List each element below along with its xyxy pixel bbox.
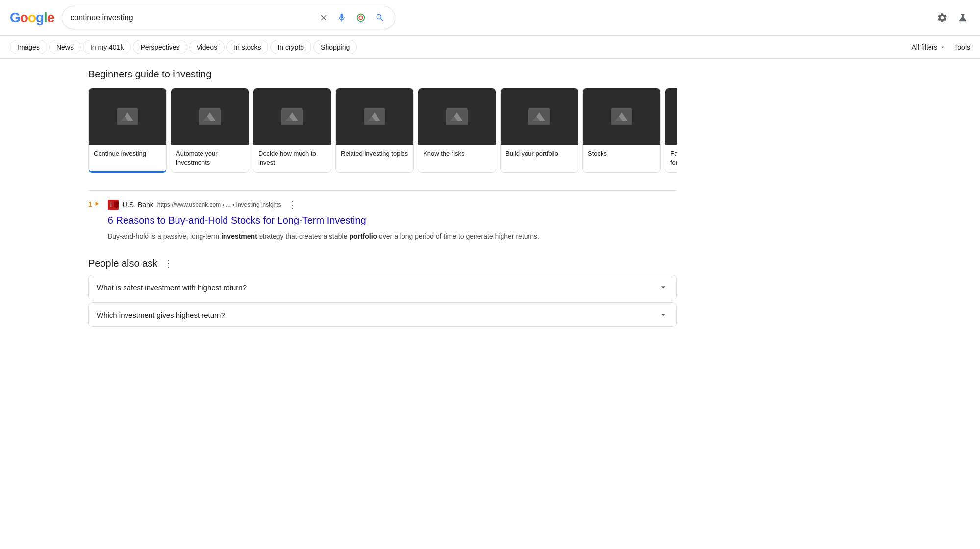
filter-chip-stocks[interactable]: In stocks	[226, 40, 268, 54]
section-divider	[88, 190, 677, 191]
card-label-8: Faqs about investing for beginners	[665, 145, 677, 172]
guide-card-1[interactable]: Continue investing	[88, 88, 167, 173]
card-image-1	[89, 88, 166, 145]
lens-search-button[interactable]	[353, 10, 368, 25]
mountain-icon-7	[611, 108, 632, 125]
result-title[interactable]: 6 Reasons to Buy-and-Hold Stocks for Lon…	[108, 213, 677, 227]
card-label-2: Automate your investments	[171, 145, 249, 172]
paa-section: People also ask ⋮ What is safest investm…	[88, 257, 677, 327]
paa-question-1[interactable]: What is safest investment with highest r…	[88, 275, 677, 299]
filters-bar: Images News In my 401k Perspectives Vide…	[0, 36, 980, 59]
filter-chip-401k[interactable]: In my 401k	[83, 40, 131, 54]
card-label-6: Build your portfolio	[501, 145, 578, 163]
guide-cards: Continue investing Automate your investm…	[88, 88, 677, 175]
card-image-5	[418, 88, 496, 145]
search-icons	[317, 10, 387, 25]
all-filters-button[interactable]: All filters	[911, 43, 946, 51]
guide-card-5[interactable]: Know the risks	[418, 88, 496, 173]
bold-portfolio: portfolio	[349, 232, 377, 240]
tools-button[interactable]: Tools	[954, 43, 970, 51]
usbank-favicon	[108, 200, 119, 210]
main-content: Beginners guide to investing Continue in…	[0, 59, 686, 349]
card-image-7	[583, 88, 660, 145]
paa-question-2[interactable]: Which investment gives highest return?	[88, 302, 677, 327]
guide-card-4[interactable]: Related investing topics	[335, 88, 414, 173]
result-section: 1 U.S. Bank https://www.usbank.com › ...…	[88, 199, 677, 242]
source-name: U.S. Bank	[123, 201, 153, 209]
card-label-7: Stocks	[583, 145, 660, 163]
guide-card-2[interactable]: Automate your investments	[171, 88, 249, 173]
guide-card-8[interactable]: Faqs about investing for beginners	[665, 88, 677, 173]
filter-chip-perspectives[interactable]: Perspectives	[133, 40, 187, 54]
bold-investment: investment	[221, 232, 257, 240]
settings-button[interactable]	[935, 10, 950, 25]
filter-chip-images[interactable]: Images	[10, 40, 47, 54]
labs-button[interactable]	[955, 10, 970, 25]
filter-chip-news[interactable]: News	[49, 40, 81, 54]
header-right	[935, 10, 970, 25]
google-logo[interactable]: Google	[10, 10, 54, 25]
guide-card-6[interactable]: Build your portfolio	[500, 88, 578, 173]
header: Google	[0, 0, 980, 36]
card-image-6	[501, 88, 578, 145]
google-search-button[interactable]	[373, 11, 387, 25]
result-source: U.S. Bank https://www.usbank.com › ... ›…	[108, 199, 677, 211]
card-label-3: Decide how much to invest	[253, 145, 331, 172]
voice-search-button[interactable]	[335, 11, 349, 25]
paa-more-button[interactable]: ⋮	[163, 257, 173, 269]
filter-chip-videos[interactable]: Videos	[189, 40, 225, 54]
card-image-3	[253, 88, 331, 145]
result-number-text: 1	[88, 200, 92, 208]
mountain-icon-3	[281, 108, 303, 125]
filters-right: All filters Tools	[911, 43, 970, 51]
paa-question-1-text: What is safest investment with highest r…	[97, 283, 247, 292]
mountain-icon-5	[446, 108, 468, 125]
card-label-5: Know the risks	[418, 145, 496, 163]
mountain-icon-6	[528, 108, 550, 125]
card-label-4: Related investing topics	[336, 145, 413, 163]
result-description: Buy-and-hold is a passive, long-term inv…	[108, 231, 677, 242]
card-image-8	[665, 88, 677, 145]
svg-point-0	[357, 14, 365, 22]
chevron-down-icon-1	[658, 282, 668, 292]
mountain-icon-4	[364, 108, 385, 125]
paa-header: People also ask ⋮	[88, 257, 677, 269]
filter-chip-shopping[interactable]: Shopping	[313, 40, 357, 54]
filter-chip-crypto[interactable]: In crypto	[270, 40, 311, 54]
result-more-button[interactable]: ⋮	[285, 199, 300, 211]
svg-point-1	[359, 16, 363, 19]
source-url: https://www.usbank.com › ... › Investing…	[157, 201, 281, 208]
guide-card-3[interactable]: Decide how much to invest	[253, 88, 331, 173]
card-label-1: Continue investing	[89, 145, 166, 163]
all-filters-label: All filters	[911, 43, 937, 51]
guide-title: Beginners guide to investing	[88, 69, 677, 80]
guide-card-7[interactable]: Stocks	[582, 88, 661, 173]
chevron-down-icon-2	[658, 310, 668, 320]
result-content: U.S. Bank https://www.usbank.com › ... ›…	[108, 199, 677, 242]
paa-question-2-text: Which investment gives highest return?	[97, 311, 225, 319]
clear-search-button[interactable]	[317, 11, 330, 24]
result-number: 1	[88, 199, 100, 242]
mountain-icon-1	[117, 108, 138, 125]
guide-section: Beginners guide to investing Continue in…	[88, 69, 677, 175]
mountain-icon-2	[199, 108, 221, 125]
search-bar	[62, 6, 395, 29]
search-input[interactable]	[70, 13, 312, 22]
card-image-2	[171, 88, 249, 145]
paa-title: People also ask	[88, 258, 157, 269]
card-image-4	[336, 88, 413, 145]
